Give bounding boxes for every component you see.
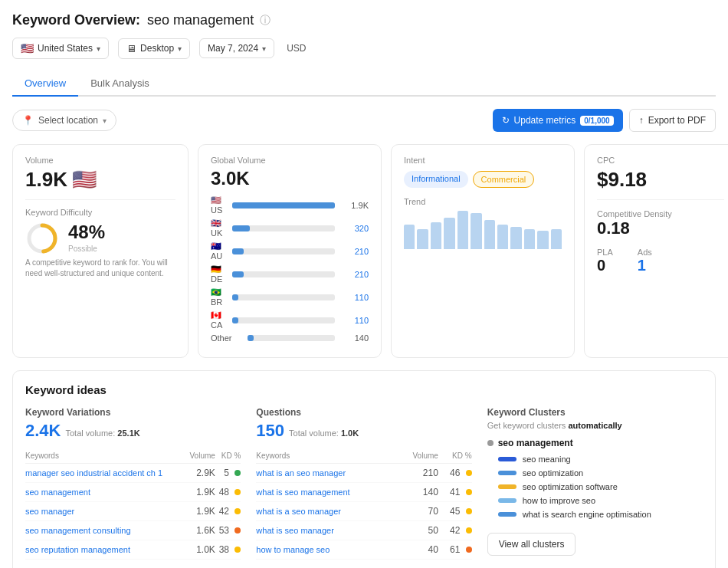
global-bar-row: 🇧🇷 BR 110 [211, 287, 369, 307]
bar-fill [232, 248, 244, 254]
export-pdf-button[interactable]: ↑ Export to PDF [629, 109, 716, 132]
kd-dot [466, 470, 472, 476]
bar-value[interactable]: 110 [341, 316, 369, 325]
kd-dot [234, 527, 241, 534]
bar-value[interactable]: 210 [341, 270, 369, 279]
bar-track [232, 248, 335, 254]
trend-chart [404, 211, 562, 249]
cluster-dot-icon [487, 440, 494, 446]
app-container: Keyword Overview: seo management ⓘ 🇺🇸 Un… [0, 0, 728, 568]
page-title: Keyword Overview: seo management [12, 12, 254, 28]
cluster-root-item: seo management [487, 438, 703, 448]
global-bar-row: 🇬🇧 UK 320 [211, 218, 369, 238]
global-volume-value: 3.0K [211, 168, 369, 189]
intent-card: Intent Informational Commercial Trend [391, 144, 575, 358]
table-row: what is seo manager 50 42 [256, 521, 471, 540]
export-icon: ↑ [639, 115, 644, 126]
variations-column: Keyword Variations 2.4K Total volume: 25… [25, 407, 241, 568]
bar-fill [232, 317, 238, 323]
intent-label: Intent [404, 156, 562, 165]
location-placeholder: Select location [38, 115, 98, 126]
pla-item: PLA 0 [597, 248, 613, 274]
bar-track [248, 335, 335, 341]
kd-dot [234, 470, 241, 476]
intent-badge-informational: Informational [404, 171, 468, 188]
volume-value: 1.9K 🇺🇸 [25, 168, 175, 192]
questions-title: Questions [256, 407, 471, 418]
keyword-link[interactable]: what is a seo manager [256, 507, 341, 516]
clusters-title: Keyword Clusters [487, 407, 703, 418]
clusters-subtitle: Get keyword clusters automatically [487, 421, 703, 430]
keyword-link[interactable]: seo management [25, 488, 90, 497]
bar-value[interactable]: 210 [341, 247, 369, 256]
variations-table: Keywords Volume KD % manager seo industr… [25, 448, 241, 560]
table-row: what is seo management 140 41 [256, 483, 471, 502]
trend-bar [431, 222, 441, 249]
trend-bar [404, 225, 415, 249]
volume-card: Volume 1.9K 🇺🇸 Keyword Difficulty 48% Po… [12, 144, 189, 358]
global-volume-label: Global Volume [211, 156, 369, 165]
view-all-clusters-button[interactable]: View all clusters [487, 533, 576, 556]
trend-bar [457, 211, 468, 249]
global-bar-row: 🇨🇦 CA 110 [211, 310, 369, 330]
trend-label: Trend [404, 197, 562, 206]
cluster-items: seo meaning seo optimization seo optimiz… [487, 455, 703, 519]
intent-badge-commercial: Commercial [473, 171, 535, 188]
cpc-card: CPC $9.18 Competitive Density 0.18 PLA 0… [584, 144, 728, 358]
global-bar-row: 🇦🇺 AU 210 [211, 241, 369, 261]
keyword-link[interactable]: what is seo manager [256, 526, 334, 535]
country-filter[interactable]: 🇺🇸 United States ▾ [12, 38, 109, 59]
date-filter[interactable]: May 7, 2024 ▾ [199, 38, 274, 58]
info-icon[interactable]: ⓘ [260, 14, 271, 28]
keyword-link[interactable]: how to manage seo [256, 545, 330, 554]
tab-overview[interactable]: Overview [12, 71, 78, 97]
kd-label: Keyword Difficulty [25, 208, 175, 217]
export-label: Export to PDF [648, 115, 706, 126]
trend-bar [484, 220, 495, 249]
global-volume-bars: 🇺🇸 US 1.9K 🇬🇧 UK 320 🇦🇺 AU 210 🇩🇪 DE 210… [211, 195, 369, 343]
table-row: seo manager 1.9K 42 [25, 502, 241, 521]
keyword-ideas-section: Keyword ideas Keyword Variations 2.4K To… [12, 370, 716, 568]
chevron-down-icon: ▾ [97, 44, 100, 53]
table-row: what is an seo manager 210 46 [256, 464, 471, 483]
location-select[interactable]: 📍 Select location ▾ [12, 110, 116, 131]
trend-bar [417, 229, 428, 249]
list-item: how to improve seo [487, 496, 703, 505]
currency-label: USD [287, 43, 306, 54]
cluster-bar [498, 471, 516, 475]
keyword-link[interactable]: manager seo industrial accident ch 1 [25, 468, 162, 478]
device-filter[interactable]: 🖥 Desktop ▾ [118, 38, 190, 59]
kd-description: A competitive keyword to rank for. You w… [25, 258, 175, 279]
keyword-link[interactable]: what is seo management [256, 488, 349, 497]
keyword-link[interactable]: seo reputation management [25, 545, 130, 554]
bar-value[interactable]: 320 [341, 224, 369, 233]
keyword-link[interactable]: seo manager [25, 507, 74, 516]
questions-total: Total volume: 1.0K [289, 428, 359, 438]
chevron-down-icon: ▾ [178, 44, 182, 53]
kd-donut [25, 222, 59, 258]
trend-bar [510, 227, 521, 249]
date-label: May 7, 2024 [208, 43, 258, 54]
pla-ads-row: PLA 0 Ads 1 [597, 248, 724, 274]
global-bar-other-row: Other 140 [211, 333, 369, 343]
variations-title: Keyword Variations [25, 407, 241, 418]
bar-track [232, 294, 335, 300]
clusters-column: Keyword Clusters Get keyword clusters au… [487, 407, 703, 568]
kd-value: 48% [68, 222, 105, 243]
cluster-bar [498, 512, 516, 517]
header: Keyword Overview: seo management ⓘ [12, 12, 716, 28]
toolbar-right: ↻ Update metrics 0/1,000 ↑ Export to PDF [493, 109, 716, 132]
country-label: United States [38, 43, 93, 54]
keyword-link[interactable]: what is an seo manager [256, 468, 346, 478]
update-metrics-button[interactable]: ↻ Update metrics 0/1,000 [493, 109, 623, 132]
kd-dot [466, 508, 472, 514]
global-bar-row: 🇩🇪 DE 210 [211, 264, 369, 284]
update-count-badge: 0/1,000 [580, 116, 613, 126]
bar-value[interactable]: 110 [341, 293, 369, 302]
bar-fill [232, 294, 238, 300]
comp-density-value: 0.18 [597, 218, 724, 238]
keyword-link[interactable]: seo management consulting [25, 526, 131, 535]
tab-bulk-analysis[interactable]: Bulk Analysis [78, 71, 162, 97]
kd-dot [466, 527, 472, 534]
table-row: seo reputation management 1.0K 38 [25, 540, 241, 560]
